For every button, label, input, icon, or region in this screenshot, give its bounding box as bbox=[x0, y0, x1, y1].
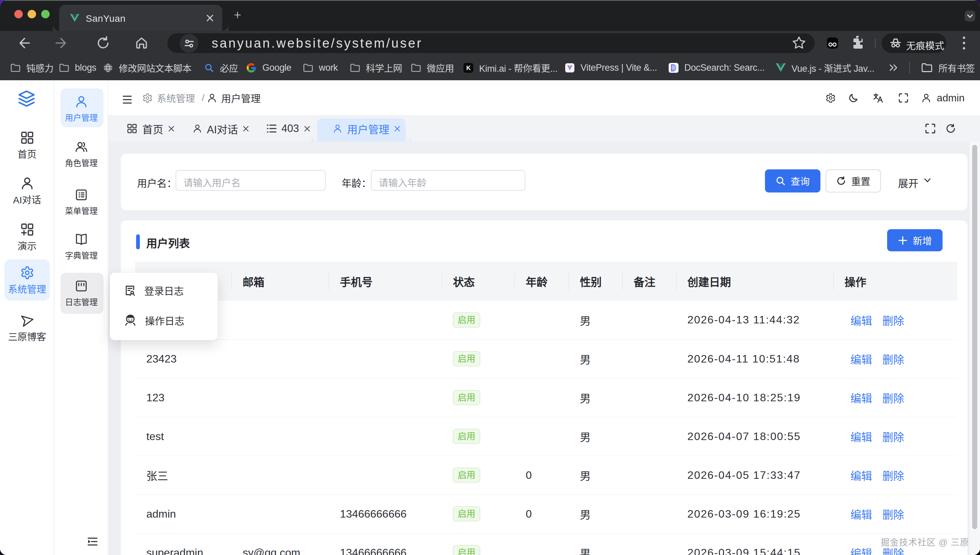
svg-text:K: K bbox=[466, 65, 471, 71]
